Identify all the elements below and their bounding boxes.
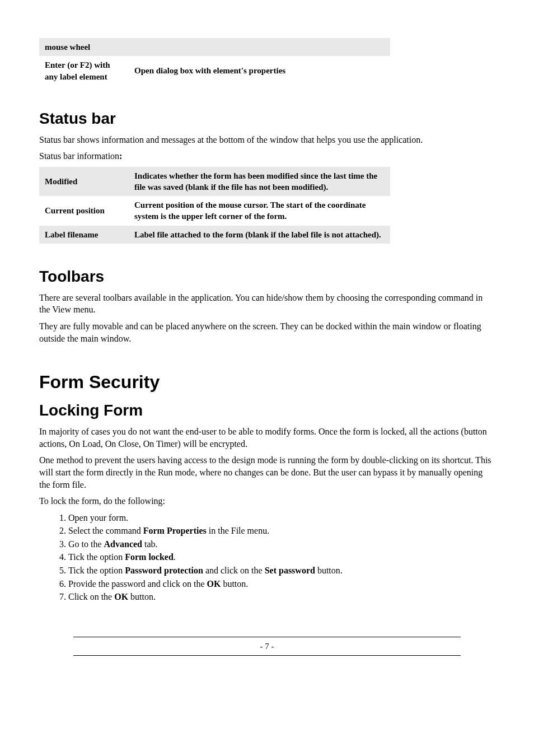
form-security-heading: Form Security <box>39 370 495 394</box>
cell-empty <box>129 38 390 56</box>
table-row: Enter (or F2) with any label element Ope… <box>39 56 390 86</box>
cell-modified: Modified <box>39 167 129 197</box>
page-footer: - 7 - <box>73 637 461 656</box>
locking-form-heading: Locking Form <box>39 400 495 421</box>
cell-mouse-wheel: mouse wheel <box>39 38 129 56</box>
toolbars-heading: Toolbars <box>39 266 495 287</box>
locking-p2: One method to prevent the users having a… <box>39 454 495 491</box>
list-item: Tick the option Password protection and … <box>68 564 495 577</box>
cell-label-filename: Label filename <box>39 226 129 244</box>
toolbars-p1: There are several toolbars available in … <box>39 292 495 316</box>
list-item: Tick the option Form locked. <box>68 551 495 563</box>
list-item: Go to the Advanced tab. <box>68 538 495 550</box>
table-row: Label filename Label file attached to th… <box>39 226 390 244</box>
status-bar-intro: Status bar shows information and message… <box>39 134 495 146</box>
table-row: mouse wheel <box>39 38 390 56</box>
cell-modified-desc: Indicates whether the form has been modi… <box>129 167 390 197</box>
cell-open-dialog: Open dialog box with element's propertie… <box>129 56 390 86</box>
locking-p1: In majority of cases you do not want the… <box>39 426 495 450</box>
status-bar-heading: Status bar <box>39 108 495 129</box>
list-item: Click on the OK button. <box>68 591 495 603</box>
cell-current-position: Current position <box>39 196 129 226</box>
locking-steps-list: Open your form. Select the command Form … <box>39 512 495 603</box>
list-item: Open your form. <box>68 512 495 524</box>
cell-label-filename-desc: Label file attached to the form (blank i… <box>129 226 390 244</box>
list-item: Select the command Form Properties in th… <box>68 525 495 537</box>
table-row: Modified Indicates whether the form has … <box>39 167 390 197</box>
locking-p3: To lock the form, do the following: <box>39 495 495 507</box>
cell-enter-f2: Enter (or F2) with any label element <box>39 56 129 86</box>
list-item: Provide the password and click on the OK… <box>68 578 495 590</box>
cell-current-position-desc: Current position of the mouse cursor. Th… <box>129 196 390 226</box>
status-bar-label: Status bar information: <box>39 150 495 162</box>
table-row: Current position Current position of the… <box>39 196 390 226</box>
status-bar-info-table: Modified Indicates whether the form has … <box>39 167 390 244</box>
toolbars-p2: They are fully movable and can be placed… <box>39 320 495 344</box>
top-shortcut-table: mouse wheel Enter (or F2) with any label… <box>39 38 390 86</box>
